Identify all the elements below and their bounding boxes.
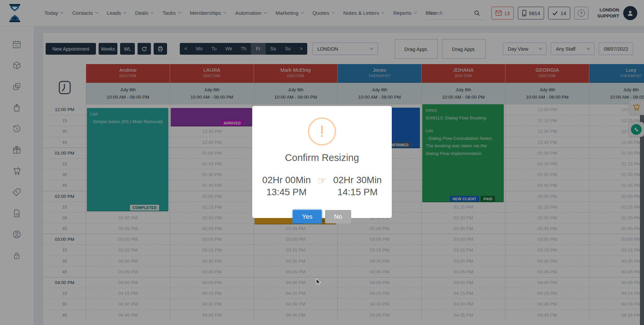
mouse-cursor [316, 278, 322, 286]
no-button[interactable]: No [325, 210, 351, 223]
appointment-scheduler-app: TodayContactsLeadsDealsTasksMembershipsA… [0, 0, 644, 325]
to-time: 14:15 PM [333, 186, 382, 198]
pointing-hand-icon: ☞ [318, 175, 327, 186]
from-duration: 02Hr 00Min [262, 174, 311, 186]
resize-to: 02Hr 30Min 14:15 PM [333, 174, 382, 199]
modal-buttons: Yes No [252, 210, 392, 223]
yes-button[interactable]: Yes [293, 210, 322, 223]
confirm-resizing-modal: ! Confirm Resizing 02Hr 00Min 13:45 PM ☞… [252, 106, 392, 218]
to-duration: 02Hr 30Min [333, 174, 382, 186]
modal-title: Confirm Resizing [252, 152, 392, 163]
resize-values: 02Hr 00Min 13:45 PM ☞ 02Hr 30Min 14:15 P… [252, 174, 392, 199]
warning-icon: ! [308, 117, 336, 146]
from-time: 13:45 PM [262, 186, 311, 198]
resize-from: 02Hr 00Min 13:45 PM [262, 174, 311, 199]
